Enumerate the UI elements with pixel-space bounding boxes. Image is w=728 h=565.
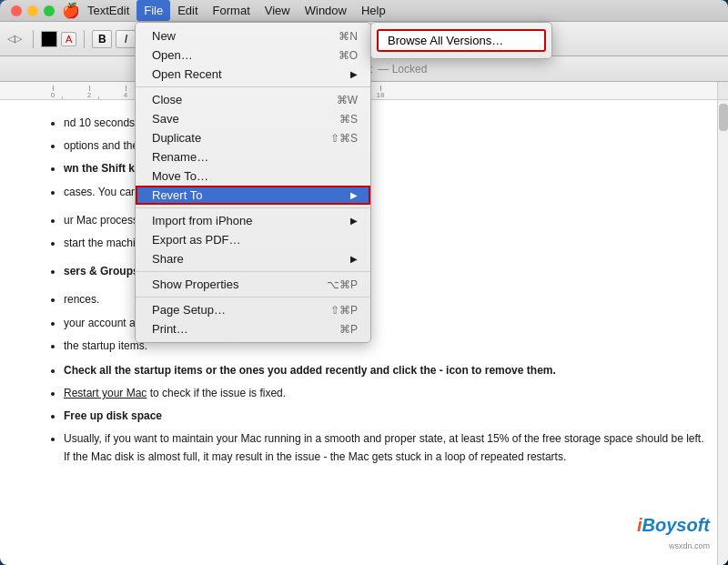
menu-item-rename-label: Rename… bbox=[152, 150, 208, 164]
maximize-window-button[interactable] bbox=[44, 5, 55, 16]
menu-item-import-iphone-label: Import from iPhone bbox=[152, 214, 253, 227]
menu-item-save[interactable]: Save ⌘S bbox=[136, 109, 370, 128]
menu-item-show-properties-label: Show Properties bbox=[152, 277, 238, 291]
toolbar-separator-2 bbox=[84, 30, 85, 48]
import-iphone-arrow-icon: ▶ bbox=[350, 216, 358, 226]
underlined-text: Restart your Mac bbox=[64, 387, 147, 399]
menu-format[interactable]: Format bbox=[206, 0, 258, 21]
highlight-color[interactable]: A bbox=[61, 32, 76, 46]
menu-item-export-pdf[interactable]: Export as PDF… bbox=[136, 230, 370, 249]
menu-item-new-label: New bbox=[152, 29, 176, 43]
menu-separator-2 bbox=[136, 207, 370, 208]
share-arrow-icon: ▶ bbox=[350, 254, 358, 264]
menu-item-close[interactable]: Close ⌘W bbox=[136, 90, 370, 109]
menu-item-page-setup-label: Page Setup… bbox=[152, 303, 226, 317]
window-controls bbox=[11, 0, 55, 21]
bold-button[interactable]: B bbox=[92, 30, 112, 48]
italic-button[interactable]: I bbox=[116, 30, 136, 48]
menu-item-close-label: Close bbox=[152, 93, 182, 106]
menu-item-rename[interactable]: Rename… bbox=[136, 147, 370, 166]
menu-item-save-shortcut: ⌘S bbox=[339, 113, 358, 126]
scrollbar-thumb[interactable] bbox=[719, 104, 728, 131]
apple-logo[interactable]: 🍎 bbox=[62, 2, 80, 19]
ruler-4: 4 bbox=[116, 86, 135, 99]
indent-controls: ◁▷ bbox=[7, 33, 22, 45]
watermark-container: iBoysoft wsxdn.com bbox=[637, 510, 710, 552]
open-recent-arrow-icon: ▶ bbox=[350, 69, 358, 79]
menu-view[interactable]: View bbox=[258, 0, 298, 21]
menu-item-move-to-label: Move To… bbox=[152, 169, 208, 183]
menu-textedit[interactable]: TextEdit bbox=[80, 0, 136, 21]
menu-item-export-pdf-label: Export as PDF… bbox=[152, 233, 241, 247]
ruler-0: 0 bbox=[44, 86, 62, 99]
menu-item-new-shortcut: ⌘N bbox=[339, 30, 358, 43]
menu-file[interactable]: File bbox=[136, 0, 170, 21]
menu-item-revert-to[interactable]: Revert To ▶ bbox=[136, 186, 370, 205]
menu-item-open-recent[interactable]: Open Recent ▶ bbox=[136, 65, 370, 84]
menu-item-open[interactable]: Open… ⌘O bbox=[136, 45, 370, 65]
menu-item-print[interactable]: Print… ⌘P bbox=[136, 319, 370, 338]
ruler-2: 2 bbox=[80, 86, 98, 99]
bold-text-3: Check all the startup items or the ones … bbox=[64, 364, 556, 377]
ruler-scrollbar bbox=[717, 82, 728, 99]
menu-item-print-label: Print… bbox=[152, 322, 188, 336]
brand-website: wsxdn.com bbox=[637, 540, 710, 552]
list-item: Free up disk space bbox=[64, 408, 710, 425]
brand-logo: iBoysoft bbox=[637, 515, 710, 535]
menu-item-save-label: Save bbox=[152, 112, 179, 126]
list-item: Check all the startup items or the ones … bbox=[64, 362, 710, 379]
menu-item-show-properties[interactable]: Show Properties ⌥⌘P bbox=[136, 275, 370, 294]
brand-rest: Boysoft bbox=[642, 515, 710, 535]
menu-bar: 🍎 TextEdit File Edit Format View Window … bbox=[0, 0, 728, 22]
ruler-18: 18 bbox=[371, 86, 389, 99]
menu-item-new[interactable]: New ⌘N bbox=[136, 26, 370, 45]
list-item: Restart your Mac to check if the issue i… bbox=[64, 385, 710, 402]
menu-item-move-to[interactable]: Move To… bbox=[136, 166, 370, 186]
document-locked-label: — Locked bbox=[378, 63, 427, 76]
menu-item-open-shortcut: ⌘O bbox=[339, 49, 358, 62]
menu-item-duplicate-label: Duplicate bbox=[152, 131, 201, 145]
menu-help[interactable]: Help bbox=[354, 0, 393, 21]
bold-text-4: Free up disk space bbox=[64, 409, 162, 422]
menu-item-revert-to-label: Revert To bbox=[152, 188, 202, 202]
menu-item-show-properties-shortcut: ⌥⌘P bbox=[327, 278, 358, 291]
menu-separator-1 bbox=[136, 86, 370, 87]
menu-item-open-label: Open… bbox=[152, 48, 193, 62]
menu-item-open-recent-label: Open Recent bbox=[152, 67, 222, 81]
menu-separator-4 bbox=[136, 297, 370, 298]
file-menu-dropdown: New ⌘N Open… ⌘O Open Recent ▶ Close ⌘W S… bbox=[135, 22, 371, 343]
menu-window[interactable]: Window bbox=[298, 0, 354, 21]
menu-item-page-setup-shortcut: ⇧⌘P bbox=[330, 304, 358, 317]
menu-separator-3 bbox=[136, 271, 370, 272]
menu-item-close-shortcut: ⌘W bbox=[337, 94, 358, 106]
browse-all-versions-item[interactable]: Browse All Versions… bbox=[371, 26, 551, 55]
text-color-box[interactable] bbox=[41, 31, 57, 47]
scrollbar[interactable] bbox=[717, 100, 728, 565]
minimize-window-button[interactable] bbox=[27, 5, 38, 16]
close-window-button[interactable] bbox=[11, 5, 22, 16]
revert-to-arrow-icon: ▶ bbox=[350, 190, 358, 200]
menu-item-duplicate-shortcut: ⇧⌘S bbox=[330, 132, 358, 145]
menu-edit[interactable]: Edit bbox=[170, 0, 205, 21]
menu-item-page-setup[interactable]: Page Setup… ⇧⌘P bbox=[136, 300, 370, 319]
menu-item-share[interactable]: Share ▶ bbox=[136, 249, 370, 268]
list-item: Usually, if you want to maintain your Ma… bbox=[64, 430, 710, 465]
revert-to-submenu: Browse All Versions… bbox=[370, 22, 552, 59]
toolbar-separator-1 bbox=[33, 30, 34, 48]
menu-item-duplicate[interactable]: Duplicate ⇧⌘S bbox=[136, 128, 370, 147]
menu-item-print-shortcut: ⌘P bbox=[339, 323, 358, 336]
menu-item-share-label: Share bbox=[152, 252, 184, 266]
menu-item-import-iphone[interactable]: Import from iPhone ▶ bbox=[136, 211, 370, 230]
browse-all-versions-label: Browse All Versions… bbox=[377, 29, 546, 52]
